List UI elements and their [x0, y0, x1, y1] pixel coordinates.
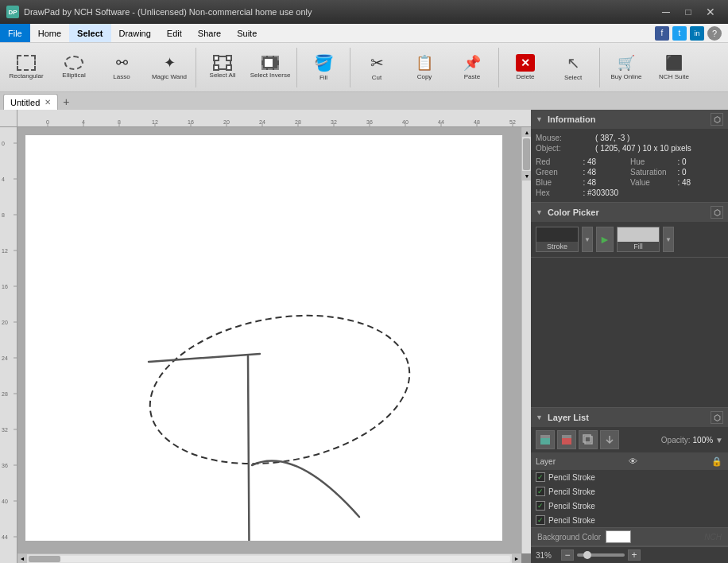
toolbar-select-inverse[interactable]: Select Inverse	[247, 45, 293, 90]
toolbar-lasso[interactable]: ⚯ Lasso	[99, 45, 145, 90]
svg-rect-3	[540, 438, 550, 445]
menu-share[interactable]: Share	[190, 24, 229, 42]
toolbar-select-all[interactable]: Select All	[199, 45, 246, 90]
drawing-canvas[interactable]	[25, 135, 502, 541]
layer-delete-btn[interactable]	[557, 430, 576, 449]
toolbar-select[interactable]: ↖ Select	[550, 45, 596, 90]
toolbar-buy-online[interactable]: 🛒 Buy Online	[603, 45, 649, 90]
toolbar-fill[interactable]: 🪣 Fill	[300, 45, 347, 90]
information-expand-btn[interactable]: ⬡	[711, 113, 723, 126]
social-fb-icon[interactable]: f	[655, 26, 669, 41]
horizontal-scrollbar[interactable]: ◄ ►	[17, 553, 521, 563]
delete-icon: ✕	[516, 54, 535, 72]
toolbar-copy[interactable]: 📋 Copy	[401, 45, 447, 90]
canvas-area[interactable]: 0 4 8 12 16 20 24 28 32 36 40	[0, 110, 531, 563]
layer-label-0: Pencil Stroke	[548, 473, 595, 482]
help-icon[interactable]: ?	[707, 26, 722, 41]
layer-item-2[interactable]: ✓ Pencil Stroke	[531, 499, 728, 513]
cp-collapse-icon[interactable]: ▼	[536, 208, 543, 216]
toolbar-paste[interactable]: 📌 Paste	[449, 45, 495, 90]
stroke-dropdown-btn[interactable]: ▼	[582, 227, 593, 252]
layer-check-3[interactable]: ✓	[536, 515, 545, 525]
layer-item-1[interactable]: ✓ Pencil Stroke	[531, 484, 728, 499]
information-panel: ▼ Information ⬡ Mouse: ( 387, -3 ) Objec…	[531, 110, 728, 203]
swap-icon: ►	[599, 233, 610, 246]
layer-controls: Opacity: 100% ▼	[531, 427, 728, 452]
social-li-icon[interactable]: in	[690, 26, 704, 41]
social-tw-icon[interactable]: t	[672, 26, 687, 41]
layer-list-expand-btn[interactable]: ⬡	[711, 411, 723, 424]
mouse-label: Mouse:	[536, 134, 594, 142]
menu-suite[interactable]: Suite	[229, 24, 265, 42]
svg-point-0	[138, 297, 421, 483]
color-picker-expand-btn[interactable]: ⬡	[711, 206, 723, 219]
zoom-minus-btn[interactable]: −	[561, 549, 574, 561]
swap-colors-btn[interactable]: ►	[596, 227, 614, 252]
toolbar-magic-wand[interactable]: ✦ Magic Wand	[146, 45, 192, 90]
sat-value: : 0	[678, 168, 724, 177]
layer-copy-btn[interactable]	[579, 430, 598, 449]
svg-line-2	[248, 356, 250, 541]
zoom-plus-btn[interactable]: +	[628, 549, 641, 561]
layer-item-3[interactable]: ✓ Pencil Stroke	[531, 513, 728, 527]
toolbar-rectangular[interactable]: Rectangular	[3, 45, 49, 90]
hscroll-thumb[interactable]	[29, 556, 60, 562]
tab-close-icon[interactable]: ✕	[45, 98, 51, 107]
sat-label: Saturation	[630, 168, 676, 177]
svg-line-1	[149, 354, 260, 362]
fill-dropdown-btn[interactable]: ▼	[663, 227, 674, 252]
vscroll-thumb[interactable]	[523, 138, 530, 170]
cut-icon: ✂	[370, 53, 384, 72]
val-label: Value	[630, 178, 676, 187]
minimize-button[interactable]: ─	[655, 4, 677, 20]
toolbar-delete[interactable]: ✕ Delete	[502, 45, 548, 90]
layer-visibility-btn[interactable]: 👁	[627, 455, 640, 468]
menu-home[interactable]: Home	[30, 24, 69, 42]
green-value: : 48	[583, 168, 629, 177]
close-button[interactable]: ✕	[699, 4, 722, 20]
layer-lock-btn[interactable]: 🔒	[711, 455, 723, 468]
vscroll-down-btn[interactable]: ▼	[522, 171, 531, 181]
toolbar-nch-suite[interactable]: ⬛ NCH Suite	[651, 45, 697, 90]
toolbar-elliptical[interactable]: Elliptical	[51, 45, 97, 90]
opacity-value: 100%	[693, 436, 714, 445]
toolbar-sep5	[599, 48, 600, 87]
layer-check-1[interactable]: ✓	[536, 487, 545, 496]
info-collapse-icon[interactable]: ▼	[536, 115, 543, 123]
ll-collapse-icon[interactable]: ▼	[536, 414, 543, 421]
fill-color-swatch[interactable]: Fill	[617, 227, 660, 252]
layer-list-panel: ▼ Layer List ⬡ Opacity:	[531, 407, 728, 546]
layer-list-header: ▼ Layer List ⬡	[531, 408, 728, 427]
menu-select[interactable]: Select	[69, 24, 110, 42]
maximize-button[interactable]: □	[677, 4, 699, 20]
menu-drawing[interactable]: Drawing	[111, 24, 159, 42]
select-icon: ↖	[567, 53, 580, 72]
hscroll-left-btn[interactable]: ◄	[17, 554, 27, 564]
menu-file[interactable]: File	[0, 24, 30, 42]
select-all-icon	[214, 56, 231, 70]
layer-add-btn[interactable]	[536, 430, 555, 449]
hscroll-right-btn[interactable]: ►	[512, 554, 521, 564]
add-tab-button[interactable]: +	[58, 94, 74, 110]
hex-value: : #303030	[583, 188, 629, 197]
toolbar-sep2	[296, 48, 297, 87]
svg-rect-4	[540, 435, 550, 438]
toolbar-sep4	[498, 48, 499, 87]
layer-check-0[interactable]: ✓	[536, 472, 545, 482]
canvas-wrapper	[17, 127, 521, 553]
vscroll-up-btn[interactable]: ▲	[522, 127, 531, 137]
zoom-slider[interactable]	[577, 553, 625, 557]
titlebar: DP DrawPad by NCH Software - (Unlicensed…	[0, 0, 728, 24]
menu-edit[interactable]: Edit	[159, 24, 190, 42]
vertical-scrollbar[interactable]: ▲ ▼	[521, 127, 531, 553]
right-panel: ▼ Information ⬡ Mouse: ( 387, -3 ) Objec…	[531, 110, 728, 563]
toolbar-cut[interactable]: ✂ Cut	[354, 45, 400, 90]
bg-color-swatch[interactable]	[606, 530, 631, 543]
layer-down-btn[interactable]	[600, 430, 619, 449]
layer-item-0[interactable]: ✓ Pencil Stroke	[531, 470, 728, 484]
layer-label-2: Pencil Stroke	[548, 502, 595, 511]
stroke-color-swatch[interactable]: Stroke	[536, 227, 579, 252]
tab-untitled[interactable]: Untitled ✕	[3, 94, 58, 110]
layer-check-2[interactable]: ✓	[536, 501, 545, 511]
opacity-dropdown-btn[interactable]: ▼	[715, 436, 723, 445]
